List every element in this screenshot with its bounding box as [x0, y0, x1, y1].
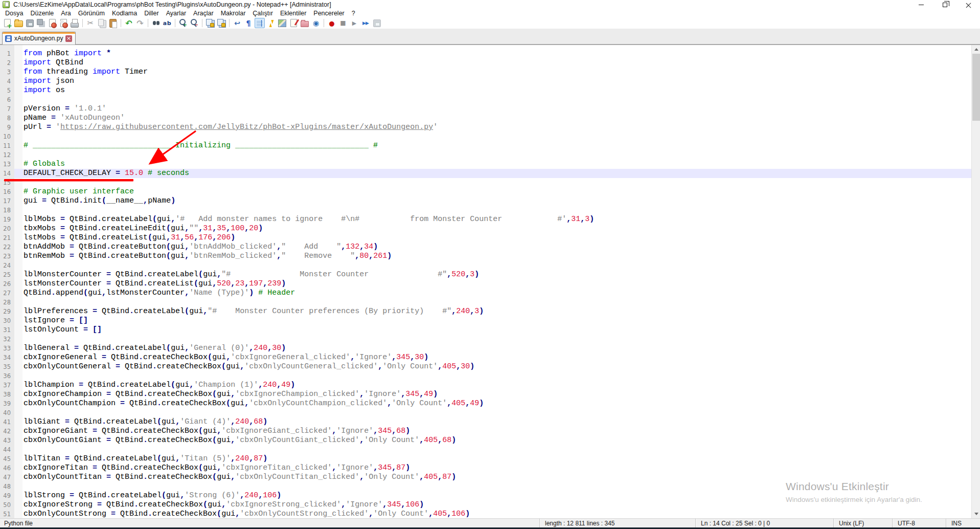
code-line-text[interactable]: lblPreferences = QtBind.createLabel(gui,…	[14, 307, 980, 316]
open-file-icon[interactable]	[13, 18, 24, 28]
code-line-text[interactable]: from threading import Timer	[14, 68, 980, 77]
line-number[interactable]: 6	[0, 95, 14, 104]
macro-run-multiple-icon[interactable]: ▶▶	[360, 18, 371, 28]
code-line[interactable]: 36	[0, 371, 980, 381]
line-number[interactable]: 39	[0, 399, 14, 408]
tab-close-icon[interactable]	[65, 35, 72, 42]
function-list-icon[interactable]	[266, 18, 276, 28]
line-number[interactable]: 19	[0, 215, 14, 224]
indent-guide-icon[interactable]	[255, 18, 265, 28]
code-line-text[interactable]: cbxIgnoreTitan = QtBind.createCheckBox(g…	[14, 464, 980, 473]
macro-play-icon[interactable]: ▶	[349, 18, 359, 28]
menu-search[interactable]: Ara	[57, 10, 74, 17]
code-line[interactable]: 20tbxMobs = QtBind.createLineEdit(gui,""…	[0, 224, 980, 233]
close-file-icon[interactable]	[47, 18, 57, 28]
zoom-out-icon[interactable]: −	[189, 18, 199, 28]
macro-save-icon[interactable]	[372, 18, 382, 28]
code-line-text[interactable]: lstIgnore = []	[14, 316, 980, 325]
code-line-text[interactable]: # ______________________________ Initial…	[14, 141, 980, 150]
line-number[interactable]: 4	[0, 77, 14, 86]
code-line[interactable]: 31lstOnlyCount = []	[0, 325, 980, 335]
zoom-in-icon[interactable]: +	[178, 18, 188, 28]
menu-tools[interactable]: Araçlar	[190, 10, 217, 17]
line-number[interactable]: 49	[0, 491, 14, 500]
code-line-text[interactable]: DEFAULT_CHECK_DELAY = 15.0 # seconds	[14, 169, 980, 178]
line-number[interactable]: 3	[0, 68, 14, 77]
scroll-down-button[interactable]	[972, 510, 980, 518]
code-line[interactable]: 3from threading import Timer	[0, 68, 980, 77]
code-line-text[interactable]: btnAddMob = QtBind.createButton(gui,'btn…	[14, 243, 980, 252]
scroll-up-button[interactable]	[972, 45, 980, 54]
line-number[interactable]: 38	[0, 390, 14, 399]
code-line-text[interactable]: import json	[14, 77, 980, 86]
code-line-text[interactable]: # Graphic user interface	[14, 187, 980, 196]
line-number[interactable]: 29	[0, 307, 14, 316]
code-line-text[interactable]: lblChampion = QtBind.createLabel(gui,'Ch…	[14, 381, 980, 390]
code-line[interactable]: 29lblPreferences = QtBind.createLabel(gu…	[0, 307, 980, 316]
line-number[interactable]: 14	[0, 169, 14, 178]
code-line-text[interactable]	[14, 261, 980, 270]
sync-horizontal-icon[interactable]	[216, 18, 226, 28]
menu-window[interactable]: Pencereler	[310, 10, 348, 17]
code-line[interactable]: 30lstIgnore = []	[0, 316, 980, 325]
folder-as-workspace-icon[interactable]	[300, 18, 310, 28]
code-line-text[interactable]	[14, 335, 980, 344]
code-line[interactable]: 28	[0, 298, 980, 307]
code-line-text[interactable]: btnRemMob = QtBind.createButton(gui,'btn…	[14, 252, 980, 261]
code-line[interactable]: 18	[0, 206, 980, 215]
code-line[interactable]: 32	[0, 335, 980, 344]
code-line-text[interactable]: lstOnlyCount = []	[14, 325, 980, 335]
menu-file[interactable]: Dosya	[2, 10, 27, 17]
code-line[interactable]: 26lstMonsterCounter = QtBind.createList(…	[0, 279, 980, 289]
code-line[interactable]: 51cbxOnlyCountStrong = QtBind.createChec…	[0, 510, 980, 518]
code-line-text[interactable]	[14, 150, 980, 160]
code-line[interactable]: 33lblGeneral = QtBind.createLabel(gui,'G…	[0, 344, 980, 353]
code-line[interactable]: 46cbxIgnoreTitan = QtBind.createCheckBox…	[0, 464, 980, 473]
show-all-characters-icon[interactable]: ¶	[243, 18, 254, 28]
line-number[interactable]: 11	[0, 141, 14, 150]
code-line[interactable]: 7pVersion = '1.0.1'	[0, 104, 980, 114]
line-number[interactable]: 13	[0, 160, 14, 169]
code-line[interactable]: 5import os	[0, 86, 980, 95]
menu-encoding[interactable]: Kodlama	[108, 10, 141, 17]
code-line-text[interactable]: pVersion = '1.0.1'	[14, 104, 980, 114]
print-icon[interactable]	[70, 18, 80, 28]
line-number[interactable]: 26	[0, 279, 14, 289]
line-number[interactable]: 12	[0, 150, 14, 160]
paste-icon[interactable]	[108, 18, 118, 28]
sync-vertical-icon[interactable]	[205, 18, 215, 28]
code-line[interactable]: 25lblMonsterCounter = QtBind.createLabel…	[0, 270, 980, 279]
line-number[interactable]: 37	[0, 381, 14, 390]
line-number[interactable]: 40	[0, 408, 14, 417]
menu-settings[interactable]: Ayarlar	[163, 10, 190, 17]
code-line-text[interactable]	[14, 95, 980, 104]
code-line-text[interactable]: pName = 'xAutoDungeon'	[14, 114, 980, 123]
code-line[interactable]: 38cbxIgnoreChampion = QtBind.createCheck…	[0, 390, 980, 399]
vertical-scrollbar[interactable]	[971, 45, 980, 518]
code-line-text[interactable]: cbxIgnoreGeneral = QtBind.createCheckBox…	[14, 353, 980, 362]
minimize-button[interactable]	[909, 0, 933, 9]
code-line[interactable]: 9pUrl = 'https://raw.githubusercontent.c…	[0, 123, 980, 132]
code-line-text[interactable]: lblTitan = QtBind.createLabel(gui,'Titan…	[14, 454, 980, 464]
code-line-text[interactable]: lblGeneral = QtBind.createLabel(gui,'Gen…	[14, 344, 980, 353]
file-monitoring-icon[interactable]: ◉	[311, 18, 321, 28]
code-line[interactable]: 37lblChampion = QtBind.createLabel(gui,'…	[0, 381, 980, 390]
code-line-text[interactable]: cbxOnlyCountGiant = QtBind.createCheckBo…	[14, 436, 980, 445]
line-number[interactable]: 1	[0, 49, 14, 58]
code-line-text[interactable]	[14, 408, 980, 417]
code-line[interactable]: 24	[0, 261, 980, 270]
status-encoding[interactable]: UTF-8	[892, 519, 946, 527]
code-editor[interactable]: 1from phBot import *2import QtBind3from …	[0, 45, 980, 518]
code-line[interactable]: 43cbxOnlyCountGiant = QtBind.createCheck…	[0, 436, 980, 445]
line-number[interactable]: 23	[0, 252, 14, 261]
line-number[interactable]: 16	[0, 187, 14, 196]
line-number[interactable]: 27	[0, 289, 14, 298]
code-line-text[interactable]: lblMobs = QtBind.createLabel(gui,'# Add …	[14, 215, 980, 224]
code-line-text[interactable]: gui = QtBind.init(__name__,pName)	[14, 196, 980, 206]
undo-icon[interactable]: ↶	[124, 18, 134, 28]
code-line[interactable]: 8pName = 'xAutoDungeon'	[0, 114, 980, 123]
code-line[interactable]: 34cbxIgnoreGeneral = QtBind.createCheckB…	[0, 353, 980, 362]
line-number[interactable]: 48	[0, 482, 14, 491]
line-number[interactable]: 51	[0, 510, 14, 518]
code-line[interactable]: 10	[0, 132, 980, 141]
